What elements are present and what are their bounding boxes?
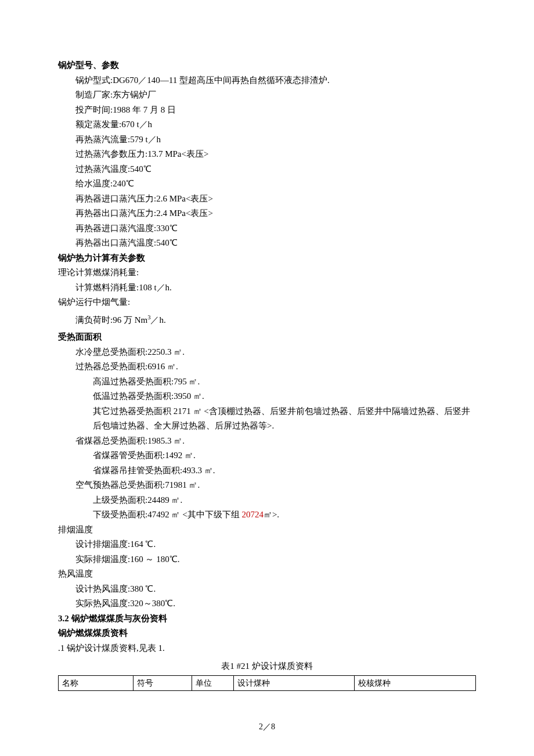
- heading-coal-data: 锅炉燃煤煤质资料: [58, 626, 476, 641]
- value-pre: 47492 ㎡ <其中下级下组: [147, 510, 241, 519]
- heat-eco-hang: 省煤器吊挂管受热面积:493.3 ㎡.: [93, 463, 476, 478]
- label: 再热器进口蒸汽压力:: [75, 194, 156, 203]
- heat-superheater: 过热器总受热面积:6916 ㎡.: [75, 359, 476, 375]
- exhaust-section: 排烟温度: [58, 523, 476, 538]
- table-header-name: 名称: [59, 675, 134, 691]
- heading-coal-ash: 3.2 锅炉燃煤煤质与灰份资料: [58, 611, 476, 627]
- value: 330℃: [156, 224, 178, 233]
- label: 省煤器吊挂管受热面积:: [93, 466, 182, 475]
- label: 设计热风温度:: [75, 584, 130, 593]
- table-caption: 表1 #21 炉设计煤质资料: [58, 659, 476, 674]
- heat-aph: 空气预热器总受热面积:71981 ㎡.: [75, 478, 476, 493]
- value: 795 ㎡.: [174, 377, 200, 386]
- value: 1985.3 ㎡.: [147, 436, 185, 445]
- heat-economizer: 省煤器总受热面积:1985.3 ㎡.: [75, 434, 476, 449]
- label: 省煤器总受热面积:: [75, 436, 147, 445]
- value: 2.4 MPa<表压>: [156, 208, 213, 218]
- label: 设计排烟温度:: [75, 539, 130, 549]
- heading-heat-area: 受热面面积: [58, 330, 476, 345]
- value: 6916 ㎡.: [147, 362, 178, 371]
- boiler-rh-in-temp: 再热器进口蒸汽温度:330℃: [75, 221, 476, 236]
- table-header-unit: 单位: [192, 675, 234, 691]
- label: 省煤器管受热面积:: [93, 451, 165, 460]
- value-pre: 96 万 Nm: [113, 315, 147, 325]
- value: 东方锅炉厂: [113, 90, 156, 99]
- value: 160 ～ 180℃.: [130, 555, 179, 564]
- value: 670 t／h: [121, 120, 152, 129]
- value: 579 t／h: [130, 135, 161, 144]
- label: 再热蒸汽流量:: [75, 135, 130, 144]
- label: 制造厂家:: [75, 90, 113, 99]
- table-header-symbol: 符号: [134, 675, 192, 691]
- value: 540℃: [156, 238, 178, 247]
- heat-eco-tube: 省煤器管受热面积:1492 ㎡.: [93, 448, 476, 463]
- exhaust-design: 设计排烟温度:164 ℃.: [75, 537, 476, 552]
- value: 1988 年 7 月 8 日: [113, 105, 176, 114]
- table-header-check: 校核煤种: [355, 675, 476, 691]
- label: 空气预热器总受热面积:: [75, 480, 165, 489]
- heat-waterwall: 水冷壁总受热面积:2250.3 ㎡.: [75, 345, 476, 360]
- thermal-fuel: 计算燃料消耗量:108 t／h.: [75, 280, 476, 296]
- boiler-evap: 额定蒸发量:670 t／h: [75, 117, 476, 132]
- label: 实际热风温度:: [75, 599, 130, 608]
- value: 380 ℃.: [130, 584, 156, 593]
- value-post: ／h.: [150, 315, 165, 325]
- value: 108 t／h.: [139, 283, 172, 292]
- label: 实际排烟温度:: [75, 555, 130, 564]
- heading-thermal-calc: 锅炉热力计算有关参数: [58, 251, 476, 266]
- boiler-mfr: 制造厂家:东方锅炉厂: [75, 88, 476, 103]
- value: 493.3 ㎡.: [182, 466, 215, 475]
- value: 3950 ㎡.: [174, 391, 204, 401]
- label: 低温过热器受热面积:: [93, 391, 174, 401]
- label: 过热器总受热面积:: [75, 362, 147, 371]
- heat-sh-low: 低温过热器受热面积:3950 ㎡.: [93, 389, 476, 404]
- label: 给水温度:: [75, 179, 113, 188]
- coal-note: .1 锅炉设计煤质资料,见表 1.: [58, 641, 476, 656]
- label: 高温过热器受热面积:: [93, 377, 174, 386]
- hotair-actual: 实际热风温度:320～380℃.: [75, 596, 476, 611]
- boiler-sh-press: 过热蒸汽参数压力:13.7 MPa<表压>: [75, 147, 476, 162]
- value: 540℃: [130, 164, 151, 174]
- coal-table: 名称 符号 单位 设计煤种 校核煤种: [58, 675, 476, 692]
- label: 再热器出口蒸汽压力:: [75, 208, 156, 218]
- table-row: 名称 符号 单位 设计煤种 校核煤种: [59, 675, 476, 691]
- label: 上级受热面积:: [93, 495, 147, 505]
- value: 2250.3 ㎡.: [147, 347, 185, 357]
- table-header-design: 设计煤种: [233, 675, 355, 691]
- label: 水冷壁总受热面积:: [75, 347, 147, 357]
- boiler-fw-temp: 给水温度:240℃: [75, 177, 476, 192]
- value: 1492 ㎡.: [165, 451, 196, 460]
- label: 满负荷时:: [75, 315, 113, 325]
- boiler-rh-in-press: 再热器进口蒸汽压力:2.6 MPa<表压>: [75, 192, 476, 207]
- hotair-design: 设计热风温度:380 ℃.: [75, 582, 476, 597]
- value: 13.7 MPa<表压>: [147, 149, 208, 159]
- label: 额定蒸发量:: [75, 120, 121, 129]
- boiler-type: 锅炉型式:DG670／140—11 型超高压中间再热自然循环液态排渣炉.: [75, 73, 476, 88]
- heat-aph-lower: 下级受热面积:47492 ㎡ <其中下级下组 20724㎡>.: [93, 507, 476, 523]
- label: 过热蒸汽温度:: [75, 164, 130, 174]
- value: 320～380℃.: [130, 599, 175, 608]
- value-post: ㎡>.: [264, 510, 279, 519]
- label: 投产时间:: [75, 105, 113, 114]
- label: 锅炉型式:: [75, 75, 113, 85]
- value: 24489 ㎡.: [147, 495, 182, 505]
- boiler-date: 投产时间:1988 年 7 月 8 日: [75, 103, 476, 118]
- heat-sh-other: 其它过热器受热面积 2171 ㎡ <含顶棚过热器、后竖井前包墙过热器、后竖井中隔…: [93, 404, 476, 434]
- thermal-theory: 理论计算燃煤消耗量:: [58, 265, 476, 280]
- boiler-reheat-flow: 再热蒸汽流量:579 t／h: [75, 132, 476, 147]
- heat-sh-high: 高温过热器受热面积:795 ㎡.: [93, 375, 476, 390]
- thermal-fullload: 满负荷时:96 万 Nm3／h.: [75, 312, 476, 328]
- label: 过热蒸汽参数压力:: [75, 149, 147, 159]
- value: 2.6 MPa<表压>: [156, 194, 213, 203]
- heat-aph-upper: 上级受热面积:24489 ㎡.: [93, 493, 476, 508]
- value-red: 20724: [241, 510, 264, 519]
- label: 下级受热面积:: [93, 510, 147, 519]
- boiler-rh-out-temp: 再热器出口蒸汽温度:540℃: [75, 236, 476, 251]
- label: 再热器出口蒸汽温度:: [75, 238, 156, 247]
- label: 其它过热器受热面积: [93, 406, 171, 416]
- thermal-gas: 锅炉运行中烟气量:: [58, 295, 476, 310]
- boiler-rh-out-press: 再热器出口蒸汽压力:2.4 MPa<表压>: [75, 206, 476, 221]
- heading-boiler-params: 锅炉型号、参数: [58, 58, 476, 73]
- boiler-sh-temp: 过热蒸汽温度:540℃: [75, 162, 476, 177]
- value: 71981 ㎡.: [165, 480, 200, 489]
